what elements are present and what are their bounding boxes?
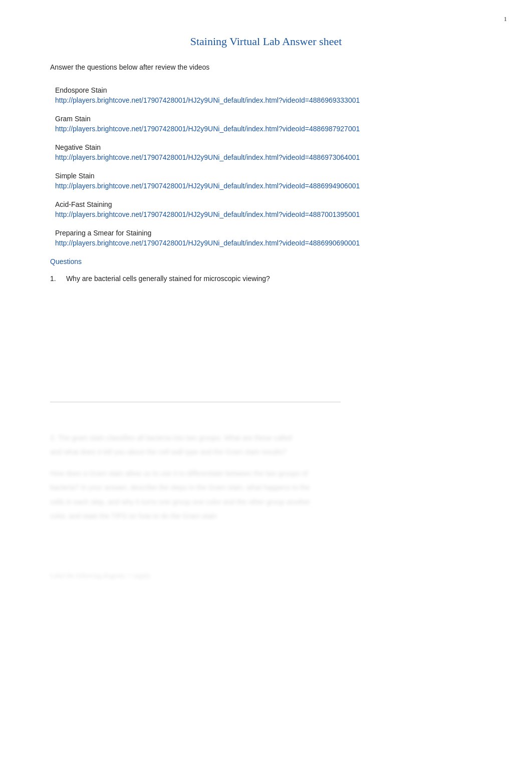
stain-acidfast-link[interactable]: http://players.brightcove.net/1790742800… <box>55 209 482 220</box>
blurred-answer-line2: bacteria? In your answer, describe the s… <box>50 482 482 493</box>
stain-simple: Simple Stain http://players.brightcove.n… <box>55 172 482 191</box>
blurred-answer-block: How does a Gram stain allow us to use it… <box>50 468 482 522</box>
blurred-question-2: 2. The gram stain classifies all bacteri… <box>50 432 482 458</box>
stains-list: Endospore Stain http://players.brightcov… <box>50 86 482 248</box>
question-1-number: 1. <box>50 275 64 283</box>
blurred-q2-line2: and what does it tell you about the cell… <box>50 446 482 457</box>
stain-endospore-label: Endospore Stain <box>55 86 482 94</box>
questions-heading: Questions <box>50 257 482 266</box>
stain-endospore-link[interactable]: http://players.brightcove.net/1790742800… <box>55 95 482 106</box>
stain-simple-label: Simple Stain <box>55 172 482 180</box>
answer-space-1 <box>50 288 482 398</box>
stain-smear: Preparing a Smear for Staining http://pl… <box>55 229 482 248</box>
answer-divider-1 <box>50 402 341 402</box>
stain-gram: Gram Stain http://players.brightcove.net… <box>55 115 482 134</box>
blurred-q2-line1: 2. The gram stain classifies all bacteri… <box>50 432 482 443</box>
stain-smear-link[interactable]: http://players.brightcove.net/1790742800… <box>55 238 482 248</box>
stain-gram-label: Gram Stain <box>55 115 482 123</box>
stain-simple-link[interactable]: http://players.brightcove.net/1790742800… <box>55 181 482 191</box>
question-1: 1. Why are bacterial cells generally sta… <box>50 275 482 283</box>
stain-smear-label: Preparing a Smear for Staining <box>55 229 482 237</box>
stain-gram-link[interactable]: http://players.brightcove.net/1790742800… <box>55 124 482 134</box>
stain-negative-label: Negative Stain <box>55 143 482 151</box>
page-container: 1 Staining Virtual Lab Answer sheet Answ… <box>0 0 532 782</box>
stain-endospore: Endospore Stain http://players.brightcov… <box>55 86 482 106</box>
blurred-content: 2. The gram stain classifies all bacteri… <box>50 432 482 580</box>
intro-text: Answer the questions below after review … <box>50 63 482 71</box>
blurred-answer-line3: cells in each step, and why it turns one… <box>50 496 482 507</box>
blurred-answer-line1: How does a Gram stain allow us to use it… <box>50 468 482 479</box>
stain-negative: Negative Stain http://players.brightcove… <box>55 143 482 163</box>
stain-acidfast-label: Acid-Fast Staining <box>55 200 482 208</box>
stain-negative-link[interactable]: http://players.brightcove.net/1790742800… <box>55 152 482 163</box>
question-1-text: Why are bacterial cells generally staine… <box>66 275 270 283</box>
page-number: 1 <box>504 15 507 23</box>
blurred-answer-line4: color, and state the TIPS on how to do t… <box>50 510 482 522</box>
blurred-small-line: Label the following diagram: + supply <box>50 572 482 580</box>
stain-acidfast: Acid-Fast Staining http://players.bright… <box>55 200 482 220</box>
page-title: Staining Virtual Lab Answer sheet <box>50 35 482 48</box>
